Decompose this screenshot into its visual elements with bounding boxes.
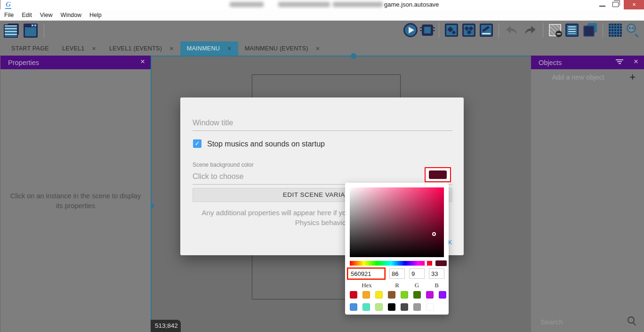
preview-play-icon[interactable] <box>403 23 418 37</box>
stop-music-label: Stop musics and sounds on startup <box>207 140 325 148</box>
preset-swatch-row <box>350 291 446 299</box>
background-color-label: Scene background color <box>193 162 253 168</box>
toolbar-separator <box>44 24 44 38</box>
menu-window[interactable]: Window <box>61 12 81 18</box>
preset-color-swatch[interactable] <box>439 291 446 299</box>
tab-mainmenu[interactable]: MAINMENU× <box>180 41 238 56</box>
tab-bar: START PAGE LEVEL1× LEVEL1 (EVENTS)× MAIN… <box>0 41 644 56</box>
horizontal-scroll-thumb[interactable] <box>351 53 356 59</box>
properties-empty-message: Click on an instance in the scene to dis… <box>0 191 151 211</box>
search-icon[interactable] <box>627 316 636 325</box>
current-color-swatch <box>435 260 447 266</box>
preset-color-swatch[interactable] <box>375 303 383 311</box>
toolbar-separator <box>499 23 499 37</box>
preset-color-swatch[interactable] <box>401 303 408 311</box>
preset-color-swatch[interactable] <box>401 291 408 299</box>
redacted-title-segment <box>230 2 264 7</box>
grid-toggle-icon[interactable] <box>609 24 622 37</box>
tab-close-icon[interactable]: × <box>169 45 173 52</box>
toolbar-separator <box>603 23 603 37</box>
title-bar: G game.json.autosave × <box>0 0 644 9</box>
preset-swatch-row <box>350 303 434 311</box>
preset-color-swatch[interactable] <box>362 291 370 299</box>
tab-mainmenu-events[interactable]: MAINMENU (EVENTS)× <box>238 41 326 56</box>
redacted-title-segment <box>278 2 330 7</box>
add-object-label[interactable]: Add a new object <box>531 73 625 81</box>
add-object-plus-icon[interactable]: + <box>629 71 636 83</box>
red-label: R <box>389 282 405 289</box>
window-title-field[interactable] <box>193 117 447 129</box>
preset-color-swatch[interactable] <box>388 291 395 299</box>
background-color-swatch[interactable] <box>429 170 447 179</box>
preset-color-swatch[interactable] <box>388 303 395 311</box>
hue-slider[interactable] <box>350 261 432 266</box>
menu-bar: File Edit View Window Help <box>0 9 644 21</box>
properties-close-icon[interactable]: × <box>140 57 145 66</box>
stop-music-checkbox[interactable]: ✓ <box>193 139 201 148</box>
toolbar-separator <box>439 23 439 37</box>
preset-color-swatch[interactable] <box>413 303 421 311</box>
hex-input-highlight <box>347 267 386 280</box>
vertical-scrollbar[interactable] <box>151 56 152 322</box>
toolbar-separator <box>543 23 543 37</box>
start-page-icon[interactable] <box>24 24 38 38</box>
tab-start-page[interactable]: START PAGE <box>5 41 56 56</box>
hex-label: Hex <box>347 282 386 289</box>
preset-color-swatch[interactable] <box>375 291 383 299</box>
debug-icon[interactable] <box>422 24 433 36</box>
tab-level1[interactable]: LEVEL1× <box>56 41 103 56</box>
zoom-original-icon[interactable]: 1:1 <box>626 23 640 37</box>
background-color-swatch-highlight[interactable] <box>425 167 451 182</box>
properties-edit-icon[interactable] <box>480 24 493 37</box>
green-input[interactable] <box>409 268 425 279</box>
objects-editor-icon[interactable] <box>445 24 458 37</box>
blue-input[interactable] <box>429 268 444 279</box>
saturation-selector-ring[interactable] <box>432 232 436 236</box>
objects-panel-header: Objects × <box>531 56 644 69</box>
field-underline <box>193 130 452 131</box>
preset-color-swatch[interactable] <box>362 303 370 311</box>
window-title: game.json.autosave <box>384 1 439 8</box>
properties-panel-title: Properties <box>8 59 39 66</box>
tab-close-icon[interactable]: × <box>227 45 231 52</box>
background-color-field[interactable] <box>193 171 409 182</box>
menu-file[interactable]: File <box>4 12 14 18</box>
toolbar: 1:1 <box>0 21 644 41</box>
red-input[interactable] <box>389 268 405 279</box>
object-groups-icon[interactable] <box>462 24 475 37</box>
objects-close-icon[interactable]: × <box>634 57 638 66</box>
instances-list-icon[interactable] <box>565 24 579 37</box>
tab-close-icon[interactable]: × <box>316 45 320 52</box>
color-picker-popup: Hex R G B <box>345 183 449 315</box>
preset-color-swatch[interactable] <box>426 291 434 299</box>
undo-icon[interactable] <box>505 24 519 37</box>
mask-toggle-icon[interactable] <box>549 24 561 36</box>
preset-color-swatch[interactable] <box>413 291 421 299</box>
restore-button[interactable] <box>612 2 619 7</box>
preset-color-swatch[interactable] <box>426 303 434 311</box>
saturation-area[interactable] <box>350 187 444 257</box>
hue-slider-handle[interactable] <box>425 260 427 266</box>
objects-search-input[interactable] <box>540 316 620 327</box>
add-object-row: Add a new object + <box>531 69 644 86</box>
preset-color-swatch[interactable] <box>350 303 357 311</box>
minimize-button[interactable] <box>599 6 605 7</box>
project-manager-icon[interactable] <box>4 24 19 38</box>
close-button[interactable]: × <box>624 0 644 9</box>
layers-editor-icon[interactable] <box>583 23 597 37</box>
objects-panel-title: Objects <box>539 59 562 66</box>
horizontal-scrollbar[interactable] <box>151 56 531 57</box>
menu-view[interactable]: View <box>40 12 53 18</box>
filter-icon[interactable] <box>616 59 623 65</box>
green-label: G <box>409 282 425 289</box>
tab-label: LEVEL1 <box>62 45 85 52</box>
preset-color-swatch[interactable] <box>350 291 357 299</box>
redo-icon[interactable] <box>523 24 537 37</box>
menu-help[interactable]: Help <box>89 12 102 18</box>
menu-edit[interactable]: Edit <box>22 12 32 18</box>
blue-label: B <box>429 282 444 289</box>
cursor-coordinates-badge: 513;842 <box>151 320 181 332</box>
hex-input[interactable] <box>348 268 385 279</box>
tab-level1-events[interactable]: LEVEL1 (EVENTS)× <box>103 41 180 56</box>
tab-close-icon[interactable]: × <box>92 45 96 52</box>
